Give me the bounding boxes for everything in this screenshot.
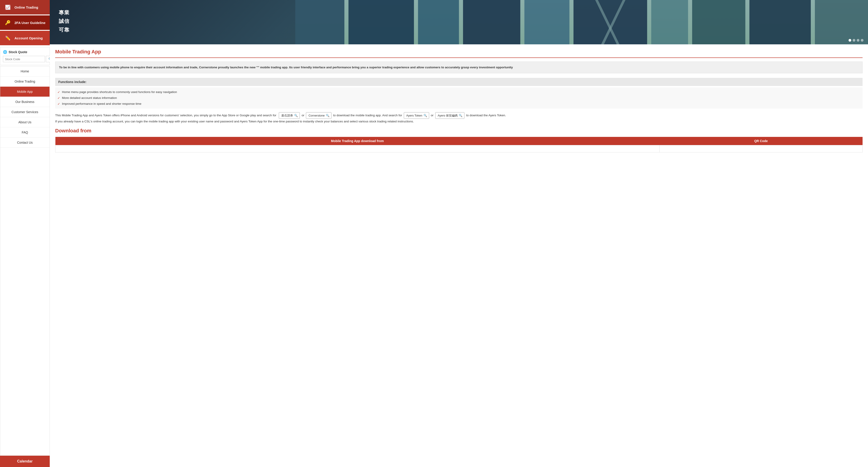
function-list: ✓ Home menu page provides shortcuts to c… xyxy=(55,87,863,109)
functions-section: Functions include: xyxy=(55,78,863,86)
stock-code-input[interactable] xyxy=(3,56,45,62)
badge4-text: Ayers 保安編碼 xyxy=(438,113,458,118)
badge2-text: Cornerstone xyxy=(308,113,325,118)
sidebar: 📈 Online Trading 🔑 2FA User Guideline ✏️… xyxy=(0,0,50,467)
sidebar-item-mobile-app[interactable]: Mobile App xyxy=(0,87,50,97)
intro-text: To be in line with customers using mobil… xyxy=(59,66,513,69)
check-icon-2: ✓ xyxy=(57,96,60,100)
sidebar-item-faq[interactable]: FAQ xyxy=(0,127,50,138)
stock-quote-title: 🌐 Stock Quote xyxy=(3,50,47,54)
app-desc-part2: to download the mobile trading app. And … xyxy=(333,114,402,117)
download-cell-qr xyxy=(659,145,863,152)
badge-cornerstone[interactable]: Cornerstone 🔍 xyxy=(306,112,332,119)
hero-dot-3[interactable] xyxy=(857,39,860,41)
sidebar-item-customer-services[interactable]: Customer Services xyxy=(0,107,50,117)
hero-text: 專業 誠信 可靠 xyxy=(50,5,79,39)
sidebar-top-buttons: 📈 Online Trading 🔑 2FA User Guideline ✏️… xyxy=(0,0,50,46)
badge1-search-icon: 🔍 xyxy=(294,113,298,118)
title-divider xyxy=(55,57,863,58)
download-col-header-2: QR Code xyxy=(659,137,863,145)
sidebar-item-online-trading[interactable]: Online Trading xyxy=(0,77,50,87)
svg-rect-13 xyxy=(295,0,868,45)
app-desc-part1: This Mobile Trading App and Ayers Token … xyxy=(55,114,276,117)
hero-dot-1[interactable] xyxy=(848,39,851,41)
hero-dot-4[interactable] xyxy=(861,39,864,41)
stock-quote-section: 🌐 Stock Quote 🔍 xyxy=(0,47,50,65)
hero-line-3: 可靠 xyxy=(59,27,70,33)
badge-ayers-security[interactable]: Ayers 保安編碼 🔍 xyxy=(435,112,465,119)
function-text-1: Home menu page provides shortcuts to com… xyxy=(62,90,177,94)
page-title: Mobile Trading App xyxy=(55,49,863,55)
functions-title: Functions include: xyxy=(58,80,86,84)
function-item-3: ✓ Improved performance in speed and shor… xyxy=(57,101,863,107)
hero-line-1: 專業 xyxy=(59,9,70,16)
calendar-button[interactable]: Calendar xyxy=(0,456,50,467)
hero-dot-2[interactable] xyxy=(852,39,855,41)
twofa-label: 2FA User Guideline xyxy=(14,21,45,25)
sidebar-item-about-us[interactable]: About Us xyxy=(0,117,50,127)
app-desc-part4: If you already have a CSL's online tradi… xyxy=(55,120,414,123)
twofa-icon: 🔑 xyxy=(4,19,12,27)
app-description: This Mobile Trading App and Ayers Token … xyxy=(55,112,863,124)
sidebar-item-our-business[interactable]: Our Business xyxy=(0,97,50,107)
download-table-body xyxy=(55,145,863,152)
online-trading-button[interactable]: 📈 Online Trading xyxy=(0,0,50,14)
check-icon-1: ✓ xyxy=(57,90,60,94)
hero-banner: 專業 誠信 可靠 xyxy=(50,0,868,45)
hero-cityscape xyxy=(295,0,868,45)
badge3-search-icon: 🔍 xyxy=(424,113,427,118)
download-table-row-placeholder xyxy=(55,145,863,152)
download-col-header-1: Mobile Trading App download from xyxy=(55,137,659,145)
badge-ayers-token[interactable]: Ayers Token 🔍 xyxy=(404,112,429,119)
function-item-1: ✓ Home menu page provides shortcuts to c… xyxy=(57,89,863,95)
badge2-search-icon: 🔍 xyxy=(326,113,330,118)
hero-dots xyxy=(848,39,864,41)
download-cell-app xyxy=(55,145,659,152)
main-content: 專業 誠信 可靠 Mobile Trading App To be in lin… xyxy=(50,0,868,467)
intro-box: To be in line with customers using mobil… xyxy=(55,62,863,73)
account-opening-icon: ✏️ xyxy=(4,34,12,42)
twofa-guideline-button[interactable]: 🔑 2FA User Guideline xyxy=(0,16,50,30)
function-item-2: ✓ More detailed account status informati… xyxy=(57,95,863,101)
online-trading-label: Online Trading xyxy=(14,5,38,9)
badge1-text: 基石證券 xyxy=(281,113,293,118)
function-text-3: Improved performance in speed and shorte… xyxy=(62,102,141,106)
function-text-2: More detailed account status information xyxy=(62,96,117,99)
badge-jishi[interactable]: 基石證券 🔍 xyxy=(279,112,300,119)
app-desc-part3: to download the Ayers Token. xyxy=(466,114,506,117)
check-icon-3: ✓ xyxy=(57,102,60,106)
sidebar-menu: Home Online Trading Mobile App Our Busin… xyxy=(0,66,50,456)
download-title: Download from xyxy=(55,128,863,134)
badge3-text: Ayers Token xyxy=(406,113,422,118)
download-table-header-row: Mobile Trading App download from QR Code xyxy=(55,137,863,145)
online-trading-icon: 📈 xyxy=(4,3,12,11)
globe-icon: 🌐 xyxy=(3,50,7,54)
hero-line-2: 誠信 xyxy=(59,18,70,25)
badge4-search-icon: 🔍 xyxy=(459,113,462,118)
stock-search-row: 🔍 xyxy=(3,56,47,62)
sidebar-item-contact-us[interactable]: Contact Us xyxy=(0,138,50,148)
content-area: Mobile Trading App To be in line with cu… xyxy=(50,45,868,467)
account-opening-label: Account Opening xyxy=(14,36,43,40)
sidebar-item-home[interactable]: Home xyxy=(0,66,50,77)
download-table: Mobile Trading App download from QR Code xyxy=(55,137,863,152)
account-opening-button[interactable]: ✏️ Account Opening xyxy=(0,31,50,45)
